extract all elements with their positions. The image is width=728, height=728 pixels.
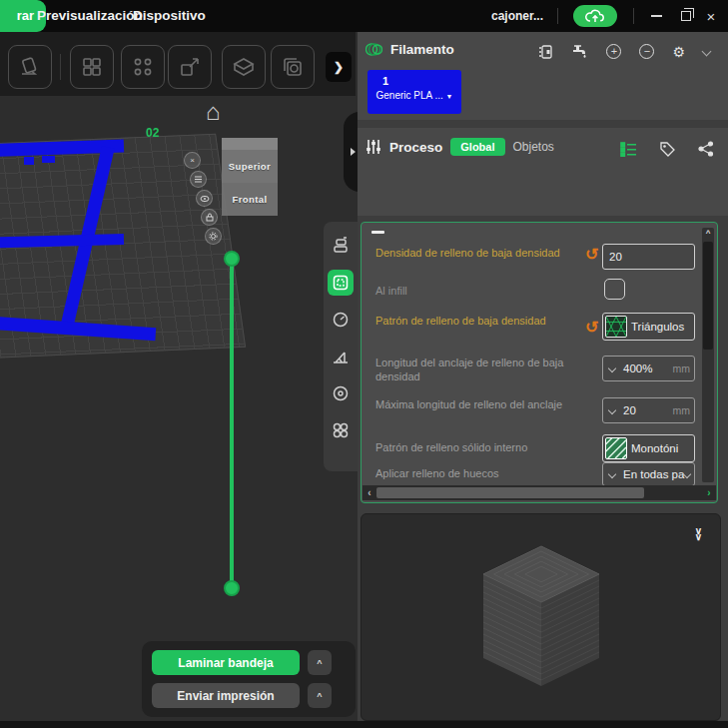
view-cube-frontal[interactable]: Frontal [222,183,278,216]
menu-device[interactable]: Dispositivo [133,0,206,32]
view-gear-orb[interactable] [205,228,222,245]
right-panel: Filamento + − ⚙ 1 Generic PLA ... ▼ Proc… [358,32,728,721]
send-print-button[interactable]: Enviar impresión [152,683,300,708]
view-cube-superior[interactable]: Superior [222,150,278,183]
setting-label: Máxima longitud de relleno del anclaje [375,397,587,411]
filament-settings-gear-icon[interactable]: ⚙ [672,45,685,59]
settings-panel[interactable]: Densidad de relleno de baja densidad ↺ 2… [361,222,718,503]
gear-icon [209,232,218,241]
divider [60,54,61,80]
setting-label: Densidad de relleno de baja densidad [375,246,587,260]
anchor-length-input[interactable]: 400% mm [602,356,695,381]
connected-device-name[interactable]: cajoner... [491,0,543,32]
filament-slot-card[interactable]: 1 Generic PLA ... ▼ [367,70,461,114]
faucet-icon[interactable] [571,44,588,59]
horizontal-scrollbar[interactable]: ‹ › [363,485,716,500]
quality-icon [332,237,350,255]
slice-options-button[interactable]: ^ [308,650,332,675]
layer-slider-handle-top[interactable] [224,251,240,267]
ams-slot-icon[interactable] [537,45,553,59]
others-icon [332,421,350,439]
category-bed-adhesion[interactable] [329,381,353,405]
model-notch [24,157,34,165]
drawer-box-button[interactable] [222,45,266,89]
chevron-down-icon [608,364,616,372]
param-list-icon[interactable] [620,142,637,157]
send-options-button[interactable]: ^ [308,683,332,708]
cloud-upload-button[interactable] [573,5,617,27]
category-infill[interactable] [329,271,353,295]
arrange-button[interactable] [70,45,114,89]
gap-fill-dropdown[interactable]: En todas pa [602,462,695,486]
category-speed[interactable] [329,308,353,332]
view-lock-orb[interactable] [201,209,218,226]
view-eye-orb[interactable] [196,190,213,207]
ai-infill-checkbox[interactable] [604,279,625,300]
layer-slider-handle-bottom[interactable] [224,580,240,596]
support-icon [332,348,350,365]
viewport-3d[interactable]: ⌂ 02 Superior Frontal × Laminar bandeja … [0,96,360,728]
bottom-strip [0,721,728,728]
infill-pattern-dropdown[interactable]: Triángulos [602,313,695,341]
speed-icon [332,311,350,329]
minimize-button[interactable] [644,0,668,32]
arrow-right-icon [351,148,356,156]
printed-cube-preview [461,538,621,708]
category-support[interactable] [329,345,353,368]
restore-icon [681,11,691,21]
category-quality[interactable] [329,234,353,258]
toolbar-expand-button[interactable]: ❯ [326,52,352,82]
menu-preview[interactable]: Previsualización [37,0,143,32]
scroll-left-arrow[interactable]: ‹ [363,485,376,500]
close-icon: × [707,8,716,25]
view-cube-top-face[interactable] [222,138,278,150]
add-filament-button[interactable]: + [606,44,621,59]
view-list-orb[interactable] [190,171,207,188]
close-button[interactable]: × [699,0,723,32]
scroll-right-arrow[interactable]: › [702,485,716,500]
reset-icon[interactable]: ↺ [585,247,598,263]
copy-cube-button[interactable] [271,45,315,89]
bed-adhesion-icon [332,384,350,402]
share-nodes-icon[interactable] [698,141,714,157]
view-cube[interactable]: Superior Frontal [222,138,278,216]
infill-density-input[interactable]: 20 [602,244,695,270]
preview-collapse-icon[interactable]: ∨∨ [695,528,702,540]
vertical-scroll-thumb[interactable] [703,242,713,350]
scroll-up-arrow[interactable]: ^ [702,228,714,240]
divider [557,8,558,24]
chevron-down-icon [683,470,691,478]
view-close-orb[interactable]: × [184,152,201,169]
clone-button[interactable] [121,45,165,89]
filament-collapse-icon[interactable] [702,47,712,57]
horizontal-scroll-thumb[interactable] [376,487,644,498]
restore-button[interactable] [674,0,698,32]
scale-icon [178,55,202,79]
process-sliders-icon [365,139,381,155]
home-view-icon[interactable]: ⌂ [206,98,221,126]
process-section: Proceso Global Objetos * 0.20mm Standard… [358,128,728,216]
auto-orient-button[interactable] [8,45,52,89]
anchor-max-length-input[interactable]: 20 mm [602,397,695,423]
drawer-box-icon [232,55,256,79]
action-dock: Laminar bandeja ^ Enviar impresión ^ [142,641,356,717]
tab-global[interactable]: Global [450,138,504,156]
filament-section: Filamento + − ⚙ 1 Generic PLA ... ▼ [358,32,728,120]
vertical-scrollbar[interactable]: ^ [702,228,714,482]
internal-solid-pattern-dropdown[interactable]: Monotóni [602,434,695,462]
lock-icon [206,213,214,222]
clone-icon [131,55,155,79]
remove-filament-button[interactable]: − [639,44,654,59]
tab-objects[interactable]: Objetos [513,140,554,154]
layer-slider-track[interactable] [230,258,234,587]
category-others[interactable] [329,418,353,442]
reset-icon[interactable]: ↺ [585,320,598,336]
tag-icon[interactable] [659,141,676,157]
model-toolbar: ❯ [0,32,356,96]
scrolled-row-fragment [371,231,384,234]
scale-button[interactable] [168,45,212,89]
filament-slot-name: Generic PLA ... ▼ [367,90,461,101]
setting-label: Patrón de relleno de baja densidad [375,314,587,328]
chevron-down-icon [608,406,616,414]
slice-plate-button[interactable]: Laminar bandeja [152,650,300,675]
